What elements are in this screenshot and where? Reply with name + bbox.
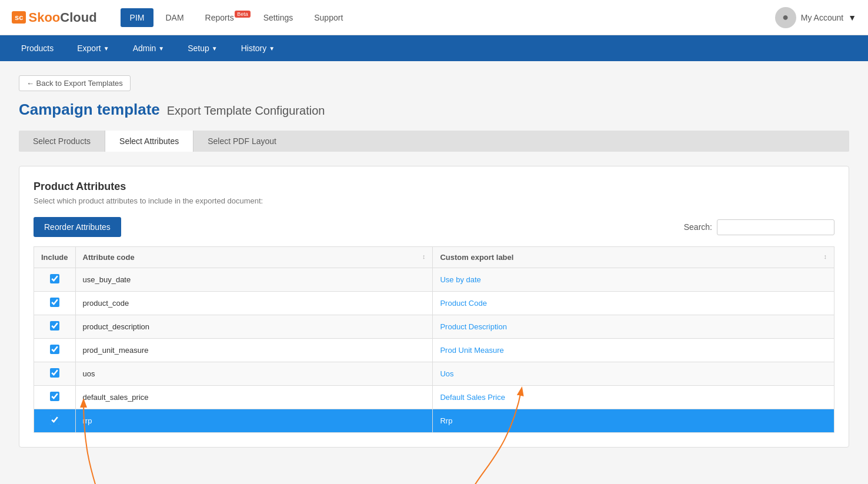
custom-label-link[interactable]: Rrp (440, 416, 452, 425)
tab-select-pdf-layout[interactable]: Select PDF Layout (193, 131, 291, 152)
custom-label-cell[interactable]: Default Sales Price (433, 386, 834, 409)
setup-dropdown-arrow: ▼ (212, 45, 218, 52)
th-attribute-code: Attribute code ↕ (75, 247, 433, 268)
page-title-area: Campaign template Export Template Config… (19, 101, 849, 119)
custom-label-cell[interactable]: Prod Unit Measure (433, 339, 834, 362)
custom-label-cell[interactable]: Use by date (433, 268, 834, 292)
table-row: use_buy_dateUse by date (34, 268, 834, 292)
custom-label-link[interactable]: Prod Unit Measure (440, 346, 503, 355)
tab-select-products[interactable]: Select Products (19, 131, 105, 152)
th-custom-label: Custom export label ↕ (433, 247, 834, 268)
table-row: product_codeProduct Code (34, 292, 834, 315)
sec-nav-export[interactable]: Export ▼ (65, 35, 121, 61)
include-checkbox[interactable] (50, 415, 59, 425)
top-navbar: sc SkooCloud PIM DAM Reports Beta Settin… (0, 0, 868, 35)
attribute-code-cell: prod_unit_measure (75, 339, 433, 362)
top-nav-links: PIM DAM Reports Beta Settings Support (121, 8, 775, 27)
main-content: ← Back to Export Templates Campaign temp… (0, 61, 868, 484)
custom-label-cell[interactable]: Uos (433, 362, 834, 386)
include-checkbox[interactable] (50, 298, 59, 307)
table-row: rrpRrp (34, 409, 834, 433)
include-checkbox[interactable] (50, 274, 59, 283)
include-cell (34, 315, 76, 339)
reorder-attributes-button[interactable]: Reorder Attributes (34, 217, 121, 237)
attributes-card: Product Attributes Select which product … (19, 166, 849, 448)
sec-nav-setup[interactable]: Setup ▼ (176, 35, 229, 61)
admin-dropdown-arrow: ▼ (158, 45, 164, 52)
search-input[interactable] (717, 219, 834, 235)
include-checkbox[interactable] (50, 392, 59, 401)
search-label: Search: (684, 222, 712, 232)
attribute-code-cell: uos (75, 362, 433, 386)
annotation-arrows (19, 453, 849, 484)
logo-box: sc (12, 11, 26, 24)
campaign-title: Campaign template (19, 101, 160, 118)
search-area: Search: (684, 219, 834, 235)
tab-select-attributes[interactable]: Select Attributes (105, 131, 193, 152)
custom-label-cell[interactable]: Product Code (433, 292, 834, 315)
custom-label-link[interactable]: Product Description (440, 322, 506, 331)
table-row: prod_unit_measureProd Unit Measure (34, 339, 834, 362)
custom-label-cell[interactable]: Rrp (433, 409, 834, 433)
export-dropdown-arrow: ▼ (104, 45, 109, 52)
attributes-table: Include Attribute code ↕ Custom export l… (34, 246, 834, 433)
th-include: Include (34, 247, 76, 268)
attribute-code-cell: product_description (75, 315, 433, 339)
include-checkbox[interactable] (50, 321, 59, 331)
card-subtitle: Select which product attributes to inclu… (34, 196, 834, 205)
sort-attr-icon: ↕ (422, 253, 426, 260)
logo-text: SkooCloud (28, 10, 96, 25)
sec-nav-products[interactable]: Products (9, 35, 65, 61)
account-avatar: ● (775, 7, 796, 28)
include-cell (34, 339, 76, 362)
custom-label-link[interactable]: Default Sales Price (440, 393, 505, 402)
sort-label-icon: ↕ (824, 253, 827, 260)
account-area[interactable]: ● My Account ▼ (775, 7, 856, 28)
nav-settings[interactable]: Settings (254, 8, 303, 27)
include-checkbox[interactable] (50, 345, 59, 354)
beta-badge: Beta (235, 11, 251, 18)
include-cell (34, 409, 76, 433)
annotation-area: Change the order of this list Rename the… (19, 453, 849, 484)
nav-support[interactable]: Support (305, 8, 352, 27)
nav-dam[interactable]: DAM (156, 8, 193, 27)
attribute-code-cell: default_sales_price (75, 386, 433, 409)
include-cell (34, 268, 76, 292)
nav-reports[interactable]: Reports Beta (196, 8, 252, 27)
attribute-code-cell: rrp (75, 409, 433, 433)
card-title: Product Attributes (34, 181, 834, 193)
account-label: My Account (801, 13, 843, 22)
sec-nav-history[interactable]: History ▼ (229, 35, 286, 61)
table-row: product_descriptionProduct Description (34, 315, 834, 339)
sec-nav-admin[interactable]: Admin ▼ (121, 35, 176, 61)
table-toolbar: Reorder Attributes Search: (34, 217, 834, 237)
table-row: default_sales_priceDefault Sales Price (34, 386, 834, 409)
custom-label-link[interactable]: Use by date (440, 275, 480, 284)
include-cell (34, 386, 76, 409)
attribute-code-cell: product_code (75, 292, 433, 315)
account-dropdown-arrow: ▼ (848, 13, 856, 22)
include-checkbox[interactable] (50, 368, 59, 378)
include-cell (34, 292, 76, 315)
page-subtitle: Export Template Configuration (167, 104, 325, 117)
table-row: uosUos (34, 362, 834, 386)
attribute-code-cell: use_buy_date (75, 268, 433, 292)
custom-label-cell[interactable]: Product Description (433, 315, 834, 339)
custom-label-link[interactable]: Product Code (440, 299, 487, 308)
logo[interactable]: sc SkooCloud (12, 10, 97, 25)
include-cell (34, 362, 76, 386)
tabs-bar: Select Products Select Attributes Select… (19, 131, 849, 152)
back-button[interactable]: ← Back to Export Templates (19, 75, 131, 91)
custom-label-link[interactable]: Uos (440, 369, 453, 378)
history-dropdown-arrow: ▼ (269, 45, 275, 52)
nav-pim[interactable]: PIM (121, 8, 154, 27)
secondary-navbar: Products Export ▼ Admin ▼ Setup ▼ Histor… (0, 35, 868, 61)
